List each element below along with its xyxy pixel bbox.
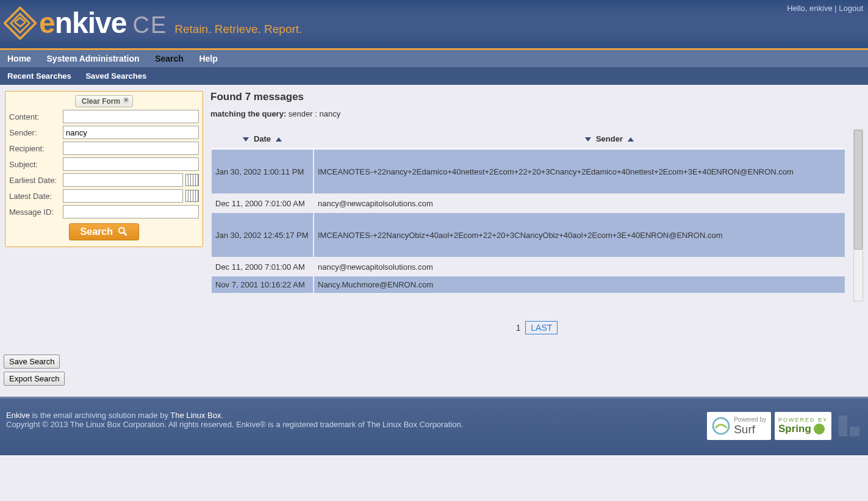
content-label: Content: — [9, 112, 63, 121]
table-row[interactable]: Jan 30, 2002 12:45:17 PM IMCEANOTES-+22N… — [211, 212, 855, 258]
cell-sender: Nancy.Muchmore@ENRON.com — [314, 276, 855, 294]
logout-link[interactable]: Logout — [839, 4, 863, 13]
page-current: 1 — [516, 323, 521, 333]
cell-sender: IMCEANOTES-+22nancy+2Edamico+40nettest+2… — [314, 149, 855, 194]
pagination: 1 LAST — [210, 323, 863, 333]
table-row[interactable]: Dec 11, 2000 7:01:00 AM nancy@newcapitol… — [211, 194, 855, 212]
logo-area: enkive CE Retain. Retrieve. Report. — [0, 0, 868, 40]
earliest-date-input[interactable] — [63, 173, 183, 187]
surf-name: Surf — [734, 423, 766, 436]
nav-help[interactable]: Help — [199, 54, 217, 63]
svg-line-3 — [124, 232, 126, 235]
linuxbox-badge[interactable] — [835, 412, 863, 440]
cell-sender: nancy@newcapitolsolutions.com — [314, 258, 855, 276]
results-heading: Found 7 messages — [210, 91, 863, 103]
spring-name: Spring — [778, 423, 811, 435]
separator: | — [833, 4, 839, 13]
footer-linuxbox-link[interactable]: The Linux Box — [170, 411, 221, 420]
cell-date: Jan 30, 2002 1:00:11 PM — [211, 149, 314, 194]
brand-initial: e — [39, 6, 55, 40]
search-form-panel: Clear Form Content: Sender: Recipient: S… — [5, 91, 203, 247]
recipient-input[interactable] — [63, 142, 199, 155]
surf-badge[interactable]: Powered by Surf — [707, 412, 771, 440]
page-last-link[interactable]: LAST — [525, 321, 558, 334]
subnav-saved-searches[interactable]: Saved Searches — [85, 71, 146, 81]
results-area: Found 7 messages matching the query: sen… — [210, 91, 863, 344]
table-row[interactable]: Nov 7, 2001 10:16:22 AM Nancy.Muchmore@E… — [211, 276, 855, 294]
subject-input[interactable] — [63, 157, 199, 171]
sort-asc-icon[interactable] — [628, 137, 634, 142]
sender-input[interactable] — [63, 126, 199, 139]
table-row[interactable]: Jan 30, 2002 1:00:11 PM IMCEANOTES-+22na… — [211, 149, 855, 194]
edition-label: CE — [132, 12, 167, 38]
calendar-icon[interactable] — [185, 174, 199, 186]
brand-rest: nkive — [55, 6, 127, 40]
calendar-icon[interactable] — [185, 190, 199, 202]
search-button-label: Search — [81, 226, 113, 237]
search-icon — [118, 226, 127, 236]
message-id-input[interactable] — [63, 205, 199, 218]
cell-date: Jan 30, 2002 12:45:17 PM — [211, 212, 314, 258]
content-area: Clear Form Content: Sender: Recipient: S… — [0, 85, 868, 350]
sort-asc-icon[interactable] — [276, 137, 282, 142]
user-bar: Hello, enkive | Logout — [787, 4, 863, 13]
cell-sender — [314, 294, 855, 311]
nav-system-administration[interactable]: System Administration — [47, 54, 140, 63]
app-header: Hello, enkive | Logout enkive CE Retain.… — [0, 0, 868, 50]
content-input[interactable] — [63, 110, 199, 123]
svg-point-4 — [713, 418, 729, 434]
vertical-scrollbar[interactable] — [853, 129, 863, 301]
clear-form-button[interactable]: Clear Form — [75, 95, 133, 107]
main-nav: Home System Administration Search Help — [0, 50, 868, 67]
table-row[interactable]: jim_bran — [211, 294, 855, 311]
logo-text: enkive CE Retain. Retrieve. Report. — [39, 6, 302, 40]
sort-desc-icon[interactable] — [585, 137, 591, 142]
action-buttons: Save Search Export Search — [4, 355, 868, 386]
tagline: Retain. Retrieve. Report. — [174, 23, 302, 36]
earliest-date-label: Earliest Date: — [9, 176, 63, 185]
svg-rect-5 — [839, 416, 847, 436]
results-table: Date Sender — [210, 129, 855, 312]
cell-date: Dec 11, 2000 7:01:00 AM — [211, 194, 314, 212]
sender-label: Sender: — [9, 128, 63, 137]
nav-home[interactable]: Home — [7, 54, 31, 63]
col-date-label: Date — [254, 134, 271, 143]
cell-sender: nancy@newcapitolsolutions.com — [314, 194, 855, 212]
cell-date: Dec 11, 2000 7:01:00 AM — [211, 258, 314, 276]
recipient-label: Recipient: — [9, 144, 63, 153]
scrollbar-thumb[interactable] — [854, 130, 863, 250]
footer-text-1b: is the email archiving solution made by — [30, 411, 170, 420]
col-sender-label: Sender — [596, 134, 623, 143]
footer-text-1d: . — [221, 411, 223, 420]
sub-nav: Recent Searches Saved Searches — [0, 67, 868, 85]
subnav-recent-searches[interactable]: Recent Searches — [7, 71, 71, 81]
results-table-scroll[interactable]: Date Sender — [210, 129, 855, 312]
table-row[interactable]: Dec 11, 2000 7:01:00 AM nancy@newcapitol… — [211, 258, 855, 276]
surf-powered-by: Powered by — [734, 416, 766, 423]
svg-rect-6 — [850, 427, 859, 436]
subject-label: Subject: — [9, 160, 63, 169]
cell-date — [211, 294, 314, 311]
col-sender-header[interactable]: Sender — [314, 129, 855, 149]
footer: Enkive is the email archiving solution m… — [0, 397, 868, 455]
greeting-text: Hello, enkive — [787, 4, 832, 13]
col-date-header[interactable]: Date — [211, 129, 314, 149]
cell-date: Nov 7, 2001 10:16:22 AM — [211, 276, 314, 294]
spring-badge[interactable]: POWERED BY Spring — [775, 412, 831, 440]
nav-search[interactable]: Search — [155, 54, 184, 63]
footer-badges: Powered by Surf POWERED BY Spring — [707, 412, 863, 440]
query-line: matching the query: sender : nancy — [210, 109, 863, 118]
save-search-button[interactable]: Save Search — [4, 355, 60, 369]
results-table-wrap: Date Sender — [210, 129, 863, 312]
sort-desc-icon[interactable] — [243, 137, 249, 142]
message-id-label: Message ID: — [9, 207, 63, 217]
svg-rect-0 — [5, 7, 36, 38]
latest-date-input[interactable] — [63, 189, 183, 203]
search-button[interactable]: Search — [69, 223, 140, 240]
linuxbox-logo-icon — [835, 412, 863, 440]
footer-enkive-link[interactable]: Enkive — [6, 411, 30, 420]
enkive-logo-icon — [4, 7, 37, 40]
spring-powered-by: POWERED BY — [778, 417, 828, 423]
export-search-button[interactable]: Export Search — [4, 372, 65, 386]
query-text: sender : nancy — [286, 109, 340, 118]
